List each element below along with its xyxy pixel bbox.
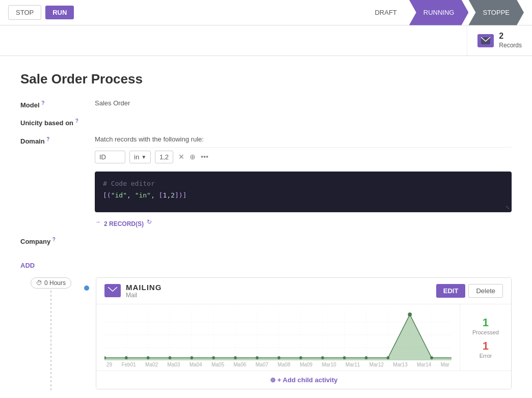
svg-point-35 [408, 312, 412, 317]
domain-val[interactable]: 1,2 [155, 151, 173, 163]
svg-point-27 [234, 356, 237, 359]
second-bar: 2 Records [0, 25, 532, 56]
svg-point-34 [387, 356, 390, 359]
add-button[interactable]: ADD [20, 262, 35, 269]
svg-point-24 [168, 356, 171, 359]
domain-row: Domain ? Match records with the followin… [20, 135, 512, 228]
error-label: Error [480, 353, 492, 359]
code-editor: # Code editor [("id", "in", [1,2])] ⤡ [95, 172, 512, 212]
code-value: [("id", "in", [1,2])] [103, 191, 503, 199]
company-row: Company ? [20, 236, 512, 245]
svg-point-30 [299, 356, 302, 359]
resize-handle[interactable]: ⤡ [506, 205, 510, 210]
status-draft[interactable]: DRAFT [368, 0, 409, 25]
company-label: Company ? [20, 236, 87, 245]
top-bar-left: STOP RUN [8, 5, 74, 20]
status-bar: DRAFT RUNNING STOPPE [368, 0, 524, 25]
timeline-line [50, 291, 51, 392]
top-bar: STOP RUN DRAFT RUNNING STOPPE [0, 0, 532, 25]
refresh-button[interactable]: ↻ [147, 218, 152, 225]
envelope-icon [477, 34, 494, 47]
svg-point-23 [147, 356, 150, 359]
records-link[interactable]: 2 RECORD(S) [104, 220, 144, 228]
status-stopped[interactable]: STOPPE [468, 0, 524, 25]
chart-x-labels: 29 Feb01 Ma02 Ma03 Ma04 Ma05 Ma06 Ma07 M… [104, 362, 451, 367]
run-button[interactable]: RUN [45, 6, 74, 19]
mailing-stats-section: 1 Processed 1 Error [460, 304, 511, 371]
svg-point-28 [256, 356, 259, 359]
page-title: Sale Order Process [20, 71, 512, 87]
timeline-connector [82, 277, 92, 291]
timeline-dot [84, 286, 89, 291]
processed-stat: 1 Processed [472, 316, 499, 335]
edit-button[interactable]: EDIT [436, 284, 466, 298]
records-count: 2 [499, 31, 522, 42]
main-content: Sale Order Process Model ? Sales Order U… [0, 56, 532, 398]
add-child-bar[interactable]: ⊕ + Add child activity [96, 371, 511, 389]
add-child-label: + Add child activity [277, 376, 337, 384]
svg-point-22 [125, 356, 128, 359]
chart-svg [104, 309, 451, 360]
mailing-title-text: MAILING Mail [126, 283, 162, 299]
mailing-card: MAILING Mail EDIT Delete [96, 277, 512, 389]
mailing-chart-section: 29 Feb01 Ma02 Ma03 Ma04 Ma05 Ma06 Ma07 M… [96, 304, 460, 371]
mailing-subtitle: Mail [126, 292, 162, 299]
svg-point-26 [212, 356, 215, 359]
mailing-actions: EDIT Delete [436, 284, 503, 298]
svg-point-31 [321, 356, 324, 359]
code-comment: # Code editor [103, 180, 503, 187]
domain-op[interactable]: in ▼ [129, 151, 151, 163]
add-child-icon: ⊕ [270, 376, 276, 384]
records-text: 2 Records [499, 31, 522, 49]
domain-section: Match records with the following rule: I… [95, 135, 512, 228]
domain-more-button[interactable]: ••• [200, 152, 209, 162]
domain-rule-row: ID in ▼ 1,2 ✕ ⊕ ••• [95, 147, 512, 166]
svg-point-33 [365, 356, 368, 359]
model-label: Model ? [20, 99, 87, 109]
timeline-left: ⏱ 0 Hours [20, 277, 82, 392]
status-running[interactable]: RUNNING [409, 0, 469, 25]
stop-button[interactable]: STOP [8, 5, 41, 20]
error-count: 1 [480, 339, 492, 353]
svg-point-29 [278, 356, 281, 359]
model-value: Sales Order [95, 99, 130, 107]
model-row: Model ? Sales Order [20, 99, 512, 109]
domain-actions: ✕ ⊕ ••• [177, 152, 209, 162]
svg-marker-20 [104, 315, 451, 360]
records-link-row: → 2 RECORD(S) ↻ [95, 216, 512, 228]
error-stat: 1 Error [480, 339, 492, 359]
domain-add-button[interactable]: ⊕ [189, 152, 197, 162]
delete-button[interactable]: Delete [468, 284, 503, 298]
mailing-name: MAILING [126, 283, 162, 292]
activity-timeline: ⏱ 0 Hours MAILING [20, 277, 512, 392]
records-badge-section: 2 Records [467, 25, 532, 55]
domain-field[interactable]: ID [95, 151, 125, 163]
mailing-title-row: MAILING Mail [104, 283, 162, 299]
records-label: Records [499, 42, 522, 50]
domain-remove-button[interactable]: ✕ [177, 152, 185, 162]
svg-point-32 [343, 356, 346, 359]
mailing-icon [104, 284, 121, 297]
hours-label: 0 Hours [44, 279, 66, 287]
processed-label: Processed [472, 329, 499, 335]
unicity-row: Unicity based on ? [20, 117, 512, 127]
mailing-body: 29 Feb01 Ma02 Ma03 Ma04 Ma05 Ma06 Ma07 M… [96, 304, 511, 371]
domain-description: Match records with the following rule: [95, 135, 512, 143]
mailing-header: MAILING Mail EDIT Delete [96, 278, 511, 304]
unicity-label: Unicity based on ? [20, 117, 87, 127]
hours-badge: ⏱ 0 Hours [31, 277, 71, 289]
domain-label: Domain ? [20, 135, 87, 145]
chart-area: 29 Feb01 Ma02 Ma03 Ma04 Ma05 Ma06 Ma07 M… [96, 304, 460, 371]
svg-point-36 [430, 356, 433, 359]
svg-point-25 [190, 356, 193, 359]
processed-count: 1 [472, 316, 499, 329]
